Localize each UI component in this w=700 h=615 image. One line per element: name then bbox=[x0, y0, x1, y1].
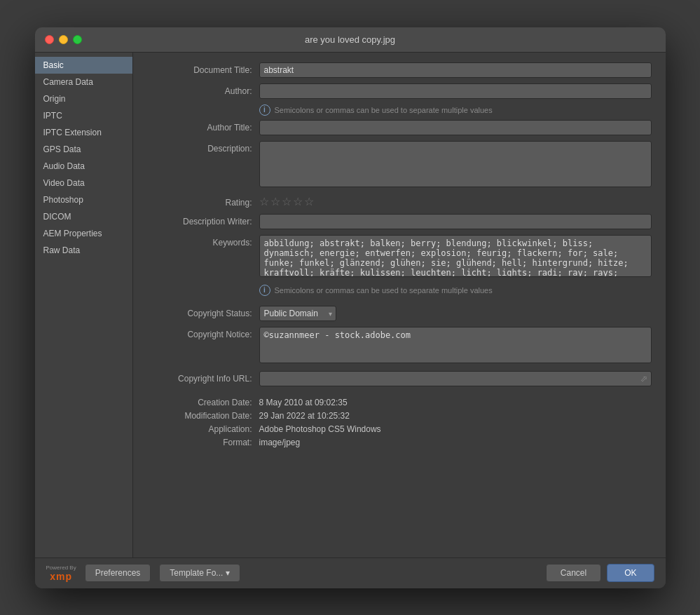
sidebar-item-audio-data[interactable]: Audio Data bbox=[35, 158, 132, 175]
application-row: Application: Adobe Photoshop CS5 Windows bbox=[147, 424, 652, 434]
keywords-hint-text: Semicolons or commas can be used to sepa… bbox=[275, 286, 493, 295]
format-row: Format: image/jpeg bbox=[147, 438, 652, 447]
modification-date-label: Modification Date: bbox=[147, 411, 259, 421]
star-1[interactable]: ☆ bbox=[259, 195, 269, 208]
footer-right: Cancel OK bbox=[546, 564, 654, 582]
document-title-row: Document Title: bbox=[147, 62, 652, 78]
sidebar-item-video-data[interactable]: Video Data bbox=[35, 175, 132, 191]
copyright-url-label: Copyright Info URL: bbox=[147, 371, 259, 384]
copyright-notice-control bbox=[259, 327, 652, 365]
creation-date-row: Creation Date: 8 May 2010 at 09:02:35 bbox=[147, 398, 652, 407]
keywords-hint-row: i Semicolons or commas can be used to se… bbox=[259, 285, 652, 296]
minimize-button[interactable] bbox=[59, 35, 68, 44]
description-writer-input[interactable] bbox=[259, 214, 652, 229]
keywords-control bbox=[259, 235, 652, 279]
sidebar-item-iptc[interactable]: IPTC bbox=[35, 107, 132, 124]
preferences-button[interactable]: Preferences bbox=[85, 564, 151, 582]
document-title-control bbox=[259, 62, 652, 78]
author-title-control bbox=[259, 120, 652, 135]
document-title-input[interactable] bbox=[259, 62, 652, 78]
description-writer-label: Description Writer: bbox=[147, 214, 259, 227]
dialog-window: are you loved copy.jpg Basic Camera Data… bbox=[35, 27, 666, 588]
copyright-status-select[interactable]: Public Domain Copyrighted Unknown bbox=[259, 306, 336, 321]
sidebar-item-gps-data[interactable]: GPS Data bbox=[35, 141, 132, 158]
author-row: Author: bbox=[147, 83, 652, 99]
creation-date-value: 8 May 2010 at 09:02:35 bbox=[259, 398, 348, 407]
description-label: Description: bbox=[147, 141, 259, 154]
copyright-status-row: Copyright Status: Public Domain Copyrigh… bbox=[147, 306, 652, 321]
description-row: Description: bbox=[147, 141, 652, 189]
copyright-status-control: Public Domain Copyrighted Unknown ▾ bbox=[259, 306, 652, 321]
author-title-label: Author Title: bbox=[147, 120, 259, 133]
form-area: Document Title: Author: i Semicolons or … bbox=[133, 53, 666, 557]
xmp-logo: Powered By xmp bbox=[46, 565, 76, 582]
description-writer-control bbox=[259, 214, 652, 229]
copyright-url-input[interactable] bbox=[259, 371, 652, 386]
star-2[interactable]: ☆ bbox=[270, 195, 280, 208]
author-hint-row: i Semicolons or commas can be used to se… bbox=[259, 104, 652, 116]
sidebar-item-basic[interactable]: Basic bbox=[35, 57, 132, 74]
copyright-notice-label: Copyright Notice: bbox=[147, 327, 259, 339]
author-control bbox=[259, 83, 652, 99]
xmp-text: xmp bbox=[50, 571, 72, 582]
sidebar-item-origin[interactable]: Origin bbox=[35, 90, 132, 107]
author-hint-text: Semicolons or commas can be used to sepa… bbox=[275, 106, 493, 114]
copyright-url-control: ⬀ bbox=[259, 371, 652, 386]
footer: Powered By xmp Preferences Template Fo..… bbox=[35, 557, 666, 588]
star-3[interactable]: ☆ bbox=[282, 195, 291, 208]
author-input[interactable] bbox=[259, 83, 652, 99]
sidebar-item-camera-data[interactable]: Camera Data bbox=[35, 74, 132, 90]
description-writer-row: Description Writer: bbox=[147, 214, 652, 229]
powered-by-text: Powered By bbox=[46, 565, 76, 571]
rating-row: Rating: ☆ ☆ ☆ ☆ ☆ bbox=[147, 195, 652, 208]
titlebar-buttons bbox=[45, 35, 82, 44]
author-hint-icon: i bbox=[259, 104, 270, 116]
copyright-notice-row: Copyright Notice: bbox=[147, 327, 652, 365]
sidebar-item-raw-data[interactable]: Raw Data bbox=[35, 242, 132, 259]
application-label: Application: bbox=[147, 424, 259, 434]
dialog-title: are you loved copy.jpg bbox=[305, 34, 395, 45]
creation-date-label: Creation Date: bbox=[147, 398, 259, 407]
star-5[interactable]: ☆ bbox=[304, 195, 314, 208]
author-title-input[interactable] bbox=[259, 120, 652, 135]
url-input-wrapper: ⬀ bbox=[259, 371, 652, 386]
document-title-label: Document Title: bbox=[147, 62, 259, 75]
sidebar-item-dicom[interactable]: DICOM bbox=[35, 208, 132, 225]
rating-label: Rating: bbox=[147, 195, 259, 208]
maximize-button[interactable] bbox=[73, 35, 82, 44]
copyright-status-select-wrapper: Public Domain Copyrighted Unknown ▾ bbox=[259, 306, 336, 321]
close-button[interactable] bbox=[45, 35, 54, 44]
keywords-row: Keywords: bbox=[147, 235, 652, 279]
cancel-button[interactable]: Cancel bbox=[546, 564, 601, 582]
rating-control: ☆ ☆ ☆ ☆ ☆ bbox=[259, 195, 652, 208]
format-value: image/jpeg bbox=[259, 438, 301, 447]
sidebar: Basic Camera Data Origin IPTC IPTC Exten… bbox=[35, 53, 133, 557]
keywords-textarea[interactable] bbox=[259, 235, 652, 277]
template-button[interactable]: Template Fo... ▾ bbox=[159, 564, 240, 582]
keywords-hint-icon: i bbox=[259, 285, 270, 296]
main-content: Basic Camera Data Origin IPTC IPTC Exten… bbox=[35, 53, 666, 557]
author-title-row: Author Title: bbox=[147, 120, 652, 135]
titlebar: are you loved copy.jpg bbox=[35, 27, 666, 53]
description-textarea[interactable] bbox=[259, 141, 652, 187]
copyright-url-row: Copyright Info URL: ⬀ bbox=[147, 371, 652, 386]
url-arrow-icon[interactable]: ⬀ bbox=[640, 374, 647, 384]
author-label: Author: bbox=[147, 83, 259, 96]
ok-button[interactable]: OK bbox=[607, 564, 654, 582]
format-label: Format: bbox=[147, 438, 259, 447]
copyright-status-label: Copyright Status: bbox=[147, 306, 259, 318]
copyright-notice-textarea[interactable] bbox=[259, 327, 652, 363]
description-control bbox=[259, 141, 652, 189]
modification-date-value: 29 Jan 2022 at 10:25:32 bbox=[259, 411, 350, 421]
footer-left: Powered By xmp Preferences Template Fo..… bbox=[46, 564, 241, 582]
application-value: Adobe Photoshop CS5 Windows bbox=[259, 424, 381, 434]
template-dropdown-icon: ▾ bbox=[226, 568, 230, 578]
sidebar-item-aem-properties[interactable]: AEM Properties bbox=[35, 225, 132, 242]
sidebar-item-photoshop[interactable]: Photoshop bbox=[35, 191, 132, 208]
star-4[interactable]: ☆ bbox=[293, 195, 303, 208]
keywords-label: Keywords: bbox=[147, 235, 259, 248]
sidebar-item-iptc-extension[interactable]: IPTC Extension bbox=[35, 124, 132, 141]
modification-date-row: Modification Date: 29 Jan 2022 at 10:25:… bbox=[147, 411, 652, 421]
